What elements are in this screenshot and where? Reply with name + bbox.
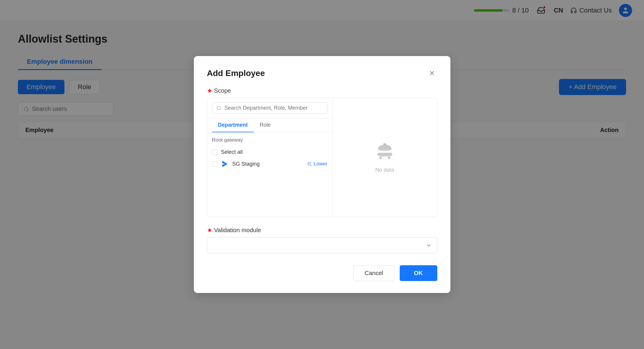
scope-search-inner xyxy=(212,102,328,114)
list-item: SG Staging Lower xyxy=(212,158,328,170)
select-all-checkbox[interactable] xyxy=(212,150,217,155)
modal-overlay: Add Employee ✕ ★ Scope xyxy=(0,0,644,349)
lower-link[interactable]: Lower xyxy=(307,161,327,167)
svg-rect-12 xyxy=(378,153,392,154)
sg-staging-checkbox[interactable] xyxy=(212,161,217,167)
chevron-down-icon xyxy=(426,242,432,248)
modal-footer: Cancel OK xyxy=(207,265,437,281)
required-star: ★ xyxy=(207,87,212,94)
modal-title: Add Employee xyxy=(207,69,265,78)
svg-point-3 xyxy=(217,106,220,109)
scope-tabs: Department Role xyxy=(207,118,332,132)
scope-list: Root gateway Select all xyxy=(207,132,332,217)
cancel-button[interactable]: Cancel xyxy=(353,265,394,281)
scope-right-panel: No data xyxy=(333,98,437,217)
select-all-label: Select all xyxy=(221,149,328,155)
scope-search-icon xyxy=(217,106,222,111)
scope-search-input[interactable] xyxy=(224,105,323,111)
validation-required-star: ★ xyxy=(207,227,212,234)
sg-staging-name: SG Staging xyxy=(232,161,304,167)
ok-button[interactable]: OK xyxy=(400,265,437,281)
svg-marker-5 xyxy=(222,161,227,167)
sg-staging-icon xyxy=(221,160,229,168)
scope-left-panel: Department Role Root gateway Select all xyxy=(207,98,333,217)
svg-rect-14 xyxy=(388,156,390,159)
modal-header: Add Employee ✕ xyxy=(207,68,437,79)
add-employee-modal: Add Employee ✕ ★ Scope xyxy=(194,56,450,293)
scope-label: ★ Scope xyxy=(207,87,437,94)
section-label: Root gateway xyxy=(212,137,328,143)
validation-label: ★ Validation module xyxy=(207,227,437,234)
select-all-item: Select all xyxy=(212,147,328,158)
scope-search-area xyxy=(207,98,332,118)
svg-rect-13 xyxy=(379,156,381,159)
close-button[interactable]: ✕ xyxy=(427,68,437,79)
tab-role[interactable]: Role xyxy=(254,118,277,132)
tab-department[interactable]: Department xyxy=(212,118,254,132)
scope-panel: Department Role Root gateway Select all xyxy=(207,98,437,217)
no-data-icon xyxy=(375,142,394,162)
svg-rect-10 xyxy=(383,143,386,145)
no-data-text: No data xyxy=(375,167,394,173)
validation-select[interactable] xyxy=(207,237,437,253)
svg-line-4 xyxy=(220,109,221,110)
lower-icon xyxy=(307,162,312,166)
